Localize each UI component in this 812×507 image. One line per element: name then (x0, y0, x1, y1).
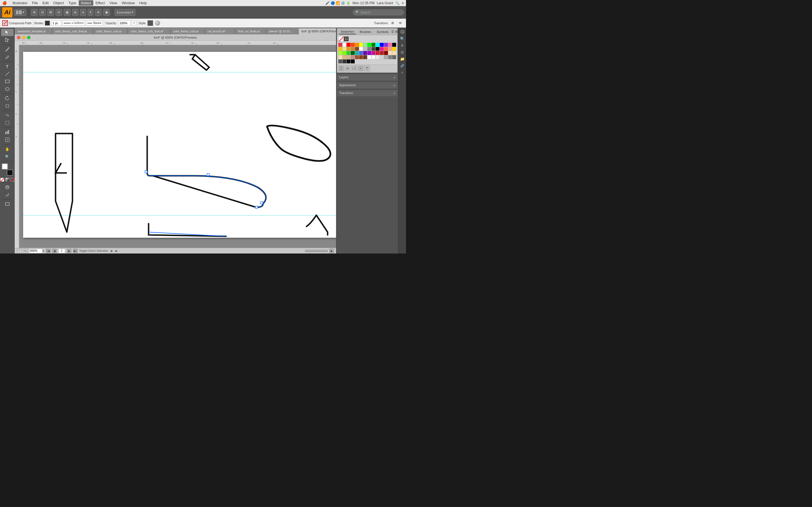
artboard-btn[interactable]: ⊡ (23, 249, 28, 253)
hand-tool[interactable]: ✋ (1, 145, 13, 153)
tab-sweatshirt[interactable]: sweatshirt_template.ai ✕ (15, 28, 52, 34)
screen-mode-btn[interactable] (1, 201, 13, 208)
menu-type[interactable]: Type (66, 0, 79, 6)
cc-icon[interactable]: Cc (399, 29, 405, 35)
gradient-btn[interactable]: ▦ (64, 9, 70, 16)
swatch-2[interactable] (347, 43, 350, 47)
selection-tool[interactable] (1, 29, 13, 36)
swatches-tab[interactable]: Swatches (339, 29, 356, 34)
paraStyle-btn[interactable]: ¶ (88, 9, 93, 16)
show-kind-btn[interactable] (345, 66, 350, 71)
swatch-53[interactable] (384, 55, 388, 59)
none-fill-icon[interactable] (10, 178, 14, 182)
panel-menu-btn[interactable]: ☰ (391, 30, 394, 34)
free-transform-tool[interactable] (1, 119, 13, 126)
stroke-color-box[interactable] (45, 20, 50, 25)
swatch-16[interactable] (347, 47, 350, 51)
type-assets-icon[interactable]: A (399, 42, 405, 48)
none-swatch[interactable] (338, 36, 343, 41)
symbols-tab[interactable]: Symbols (375, 30, 390, 34)
charStyle-btn[interactable]: A (80, 9, 86, 16)
zoom-input[interactable] (29, 249, 42, 253)
swatch-40[interactable] (388, 51, 392, 55)
tab-font-active[interactable]: font* @ 600% (CMYK/Preview) ✕ (299, 28, 336, 34)
bottom-path[interactable] (149, 224, 226, 236)
transform-btn[interactable]: ⊞ (31, 9, 38, 16)
tab-close-7[interactable]: ✕ (261, 30, 263, 33)
ellipse-tool[interactable] (1, 86, 13, 93)
swatch-28[interactable] (338, 51, 342, 55)
swatch-52[interactable] (380, 55, 384, 59)
warp-tool[interactable] (1, 112, 13, 119)
center-shape[interactable] (145, 136, 266, 209)
swatch-library-btn[interactable] (338, 66, 344, 71)
swatch-20[interactable] (363, 47, 367, 51)
swatch-24[interactable] (380, 47, 384, 51)
swatch-26[interactable] (388, 47, 392, 51)
layers-panel-header[interactable]: Layers ▸ (337, 74, 398, 80)
apple-menu[interactable]: 🍎 (2, 1, 7, 5)
swatch-23[interactable] (375, 47, 379, 51)
status-arrow-left[interactable]: ◀ (115, 249, 117, 252)
menu-help[interactable]: Help (137, 0, 149, 6)
chevron-zoom[interactable]: ▾ (43, 249, 44, 252)
transform-panel-header[interactable]: Transform ▸ (337, 90, 398, 96)
panel-options-btn[interactable]: ⊞ (389, 20, 396, 26)
direct-selection-tool[interactable] (1, 36, 13, 44)
swatch-27[interactable] (392, 47, 396, 51)
swatch-4[interactable] (355, 43, 359, 47)
grid-assets-icon[interactable]: ⊞ (399, 49, 405, 55)
swatch-57[interactable] (343, 59, 347, 63)
swatch-48[interactable] (363, 55, 367, 59)
brushes-tab[interactable]: Brushes (358, 30, 373, 34)
minimize-btn[interactable] (22, 36, 26, 39)
menu-edit[interactable]: Edit (40, 0, 51, 6)
appearance-panel-header[interactable]: Appearance ▸ (337, 82, 398, 89)
delete-swatch-btn[interactable] (364, 66, 370, 71)
maximize-btn[interactable] (27, 36, 31, 39)
search-box[interactable]: 🔍 Search (353, 10, 404, 15)
swatch-10[interactable] (380, 43, 384, 47)
tab-colorcuts[interactable]: color_theory_cuts.ai ✕ (93, 28, 128, 34)
graph-tool[interactable] (1, 128, 13, 136)
swatch-54[interactable] (388, 55, 392, 59)
pencil-tool[interactable] (1, 53, 13, 61)
line-tool[interactable] (1, 70, 13, 77)
next-last-btn[interactable]: ▶| (73, 249, 78, 253)
swatch-31[interactable] (351, 51, 355, 55)
swatch-18[interactable] (355, 47, 359, 51)
swatch-15[interactable] (343, 47, 347, 51)
rectangle-tool[interactable] (1, 78, 13, 85)
swatch-29[interactable] (343, 51, 347, 55)
swatch-14[interactable] (338, 47, 342, 51)
stroke-indicator[interactable] (7, 170, 13, 176)
menu-file[interactable]: File (30, 0, 40, 6)
close-btn[interactable] (17, 36, 20, 39)
type-tool[interactable]: T (1, 62, 13, 70)
tab-close-1[interactable]: ✕ (47, 30, 49, 33)
swatch-36[interactable] (371, 51, 375, 55)
search-icon[interactable]: 🔍 (395, 1, 400, 5)
menu-effect[interactable]: Effect (93, 0, 107, 6)
tab-colorcuts2[interactable]: color_theory_cuts.ai ✕ (170, 28, 205, 34)
status-arrow[interactable]: ▶ (111, 249, 113, 252)
stroke-btn[interactable]: ⊡ (56, 9, 62, 16)
tab-color2[interactable]: color_theory_cuts_final.ai* ✕ (128, 28, 170, 34)
swatch-3[interactable] (351, 43, 355, 47)
workspace-label-btn[interactable]: Essentials ▾ (115, 9, 135, 16)
swatch-34[interactable] (363, 51, 367, 55)
swatch-6[interactable] (363, 43, 367, 47)
pen-tool[interactable] (1, 46, 13, 53)
stroke-style-btn[interactable]: ▾ Uniform (62, 20, 85, 25)
extra-options-btn[interactable]: ≫ (397, 20, 404, 26)
swatch-17[interactable] (351, 47, 355, 51)
swatch-5[interactable] (359, 43, 363, 47)
symbol-sprayer-tool[interactable] (1, 191, 13, 199)
swatch-1[interactable] (343, 43, 347, 47)
menu-window[interactable]: Window (119, 0, 137, 6)
tab-close-3[interactable]: ✕ (122, 30, 124, 33)
swatch-options-btn[interactable] (351, 66, 357, 71)
panel-grid-btn[interactable]: ⊞ (395, 30, 398, 34)
swatch-12[interactable] (388, 43, 392, 47)
prev-first-btn[interactable]: |◀ (46, 249, 50, 253)
